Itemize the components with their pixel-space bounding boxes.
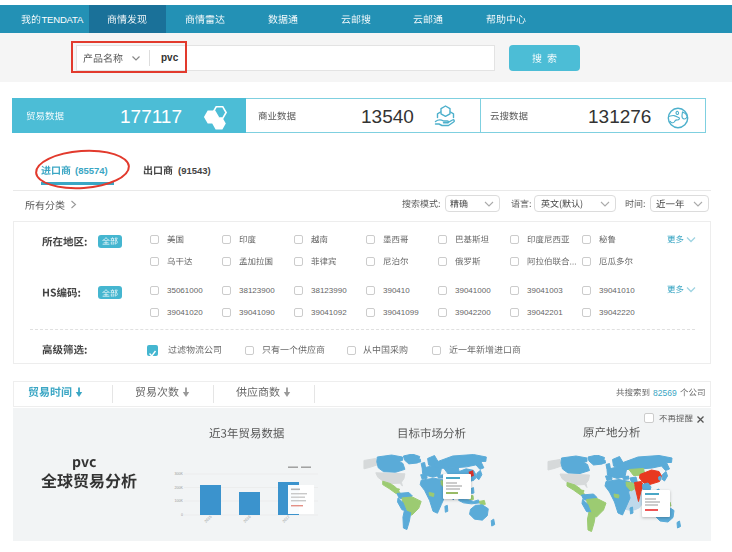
svg-text:300K: 300K [175, 472, 184, 476]
svg-text:2016: 2016 [243, 515, 252, 524]
svg-text:2015: 2015 [204, 515, 213, 524]
svg-text:0: 0 [181, 513, 183, 517]
svg-text:2017: 2017 [282, 515, 291, 524]
svg-text:200K: 200K [175, 486, 184, 490]
svg-text:100K: 100K [175, 499, 184, 503]
